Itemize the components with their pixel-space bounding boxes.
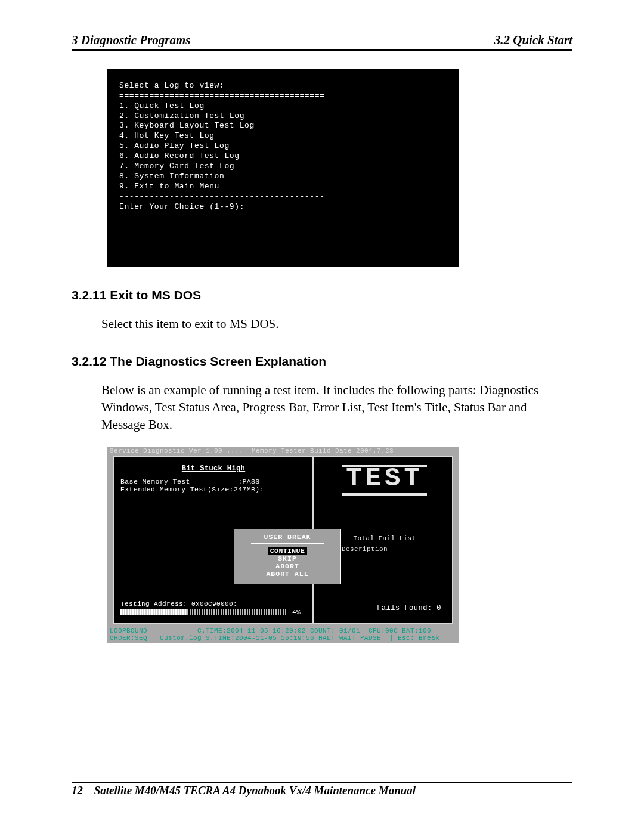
- dialog-rule: [251, 543, 324, 544]
- progress-area: Testing Address: 0x00C90000: 4%: [120, 600, 306, 616]
- section-heading-diag-explain: 3.2.12 The Diagnostics Screen Explanatio…: [72, 354, 572, 368]
- status-line-2: ORDER:SEQ Custom.log S.TIME:2004-11-05 1…: [110, 634, 457, 642]
- diag-title-bar: Service Diagnostic Ver 1.00 .... Memory …: [107, 447, 459, 456]
- progress-bar: [120, 609, 287, 615]
- abort-all-option[interactable]: ABORT ALL: [239, 570, 336, 578]
- continue-option[interactable]: CONTINUE: [268, 547, 307, 555]
- menu-item[interactable]: 5. Audio Play Test Log: [119, 141, 230, 150]
- diag-line: Base Memory Test :PASS: [120, 478, 306, 485]
- log-menu-terminal: Select a Log to view: ==================…: [107, 69, 459, 267]
- terminal-rule-bot: ----------------------------------------…: [119, 192, 324, 201]
- menu-item[interactable]: 4. Hot Key Test Log: [119, 131, 215, 140]
- diag-frame: Bit Stuck High Base Memory Test :PASS Ex…: [113, 456, 453, 624]
- diag-status-bar: LOOPBOUND C.TIME:2004-11-05 16:20:02 COU…: [107, 627, 459, 643]
- section-body: Below is an example of running a test it…: [101, 382, 572, 433]
- progress-address: Testing Address: 0x00C90000:: [120, 600, 306, 608]
- user-break-dialog: USER BREAK CONTINUE SKIP ABORT ABORT ALL: [234, 529, 341, 584]
- abort-option[interactable]: ABORT: [239, 562, 336, 570]
- dialog-title: USER BREAK: [239, 533, 336, 541]
- diag-subtitle: Bit Stuck High: [120, 465, 306, 473]
- diagnostics-screenshot: Service Diagnostic Ver 1.00 .... Memory …: [107, 447, 459, 643]
- menu-item[interactable]: 9. Exit to Main Menu: [119, 182, 219, 191]
- menu-item[interactable]: 3. Keyboard Layout Test Log: [119, 121, 255, 130]
- menu-item[interactable]: 8. System Information: [119, 172, 224, 181]
- page-header: 3 Diagnostic Programs 3.2 Quick Start: [72, 33, 572, 51]
- test-title-block: TEST: [317, 465, 452, 496]
- header-left: 3 Diagnostic Programs: [72, 33, 191, 48]
- page-footer: 12 Satellite M40/M45 TECRA A4 Dynabook V…: [72, 783, 572, 797]
- section-heading-exit-msdos: 3.2.11 Exit to MS DOS: [72, 288, 572, 302]
- menu-item[interactable]: 6. Audio Record Test Log: [119, 151, 240, 160]
- menu-item[interactable]: 7. Memory Card Test Log: [119, 162, 234, 171]
- terminal-prompt[interactable]: Enter Your Choice (1--9):: [119, 202, 244, 211]
- menu-item[interactable]: 2. Customization Test Log: [119, 112, 244, 120]
- header-right: 3.2 Quick Start: [494, 33, 572, 48]
- footer-title: Satellite M40/M45 TECRA A4 Dynabook Vx/4…: [94, 784, 416, 797]
- test-title: TEST: [342, 465, 427, 496]
- section-body: Select this item to exit to MS DOS.: [101, 315, 572, 333]
- terminal-rule-top: ========================================…: [119, 91, 324, 100]
- fails-found: Fails Found: 0: [377, 604, 441, 612]
- status-line-1: LOOPBOUND C.TIME:2004-11-05 16:20:02 COU…: [110, 627, 457, 634]
- menu-item[interactable]: 1. Quick Test Log: [119, 101, 205, 110]
- progress-pct: 4%: [292, 609, 301, 616]
- diag-line: Extended Memory Test(Size:247MB):: [120, 485, 306, 493]
- skip-option[interactable]: SKIP: [239, 555, 336, 562]
- page-number: 12: [72, 784, 83, 797]
- terminal-title: Select a Log to view:: [119, 81, 224, 90]
